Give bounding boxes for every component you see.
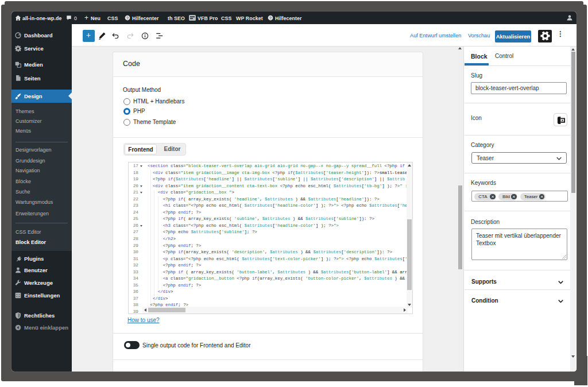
svg-text:?: ? bbox=[269, 16, 272, 20]
svg-text:?: ? bbox=[126, 16, 129, 20]
